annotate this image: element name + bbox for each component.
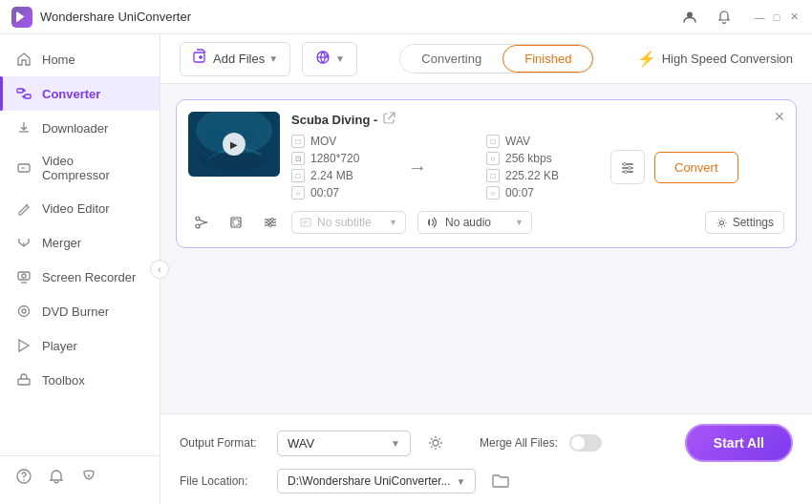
subtitle-select[interactable]: No subtitle ▼ <box>291 211 406 234</box>
toolbar-left: Add Files ▼ ▼ <box>180 42 357 76</box>
top-toolbar: Add Files ▼ ▼ Converti <box>160 34 812 84</box>
svg-rect-1 <box>17 89 23 93</box>
scissors-tool-button[interactable] <box>188 209 215 236</box>
toolbox-icon <box>15 371 32 388</box>
title-bar-right: — □ ✕ <box>676 4 801 31</box>
sidebar-item-converter-label: Converter <box>42 87 100 101</box>
sidebar-item-merger[interactable]: Merger <box>0 225 160 260</box>
file-location-row: File Location: D:\Wondershare UniConvert… <box>180 468 793 494</box>
output-format-select[interactable]: WAV ▼ <box>277 430 411 456</box>
svg-point-26 <box>625 171 628 174</box>
minimize-button[interactable]: — <box>753 10 766 24</box>
file-location-value: D:\Wondershare UniConverter... <box>288 474 451 488</box>
svg-point-7 <box>22 274 26 278</box>
output-format-row: Output Format: WAV ▼ Merge All Files: St… <box>180 424 793 462</box>
convert-arrow: → <box>408 157 427 178</box>
sidebar-item-video-editor-label: Video Editor <box>42 201 110 216</box>
output-format: □ WAV <box>486 135 601 148</box>
start-all-button[interactable]: Start All <box>685 424 793 462</box>
settings-label: Settings <box>733 216 774 229</box>
sidebar: Home Converter Downloader <box>0 34 160 504</box>
svg-point-28 <box>196 224 200 228</box>
crop-tool-button[interactable] <box>223 209 249 236</box>
file-card-top: ▶ Scuba Diving - <box>188 112 784 200</box>
output-size-value: 225.22 KB <box>505 169 559 182</box>
add-files-chevron: ▼ <box>268 53 278 64</box>
feedback-button[interactable] <box>80 468 97 485</box>
sidebar-item-video-compressor-label: Video Compressor <box>42 154 144 182</box>
sidebar-collapse-button[interactable]: ‹ <box>150 260 169 279</box>
notifications-button[interactable] <box>48 468 65 485</box>
svg-point-39 <box>719 220 723 224</box>
sidebar-item-converter[interactable]: Converter <box>0 76 160 111</box>
dvd-burner-icon <box>15 303 32 320</box>
add-url-icon <box>314 49 331 70</box>
merge-toggle[interactable] <box>569 434 602 452</box>
sidebar-item-video-editor[interactable]: Video Editor <box>0 191 160 225</box>
svg-point-0 <box>687 11 693 17</box>
add-files-button[interactable]: Add Files ▼ <box>180 42 290 76</box>
sidebar-item-toolbox[interactable]: Toolbox <box>0 363 160 397</box>
bell-icon-btn[interactable] <box>711 4 737 31</box>
file-thumbnail[interactable]: ▶ <box>188 112 280 177</box>
help-button[interactable] <box>15 468 32 485</box>
format-settings-button[interactable] <box>422 430 449 456</box>
speed-conversion-label: High Speed Conversion <box>662 52 793 66</box>
audio-icon <box>426 217 439 228</box>
app-logo <box>11 7 32 28</box>
input-format-value: MOV <box>310 135 336 148</box>
output-format-value: WAV <box>505 135 530 148</box>
sidebar-item-dvd-burner-label: DVD Burner <box>42 304 109 319</box>
audio-select[interactable]: No audio ▼ <box>417 211 532 234</box>
lightning-icon: ⚡ <box>637 50 656 68</box>
tab-converting[interactable]: Converting <box>400 45 502 73</box>
close-card-button[interactable]: ✕ <box>771 108 788 125</box>
svg-point-24 <box>624 163 627 166</box>
input-resolution-value: 1280*720 <box>310 152 359 165</box>
subtitle-chevron: ▼ <box>389 218 397 227</box>
tab-finished[interactable]: Finished <box>502 45 593 73</box>
add-url-button[interactable]: ▼ <box>302 42 357 76</box>
close-button[interactable]: ✕ <box>787 10 801 24</box>
file-title-text: Scuba Diving - <box>291 113 377 127</box>
bottom-bar: Output Format: WAV ▼ Merge All Files: St… <box>160 413 812 504</box>
svg-rect-6 <box>18 272 30 280</box>
file-card-tools: No subtitle ▼ No audio ▼ <box>188 209 784 236</box>
sidebar-item-screen-recorder[interactable]: Screen Recorder <box>0 260 160 294</box>
output-bitrate-value: 256 kbps <box>505 152 552 165</box>
tab-group: Converting Finished <box>399 44 594 74</box>
sidebar-item-downloader-label: Downloader <box>42 121 108 136</box>
sidebar-item-downloader[interactable]: Downloader <box>0 111 160 145</box>
sidebar-item-home[interactable]: Home <box>0 42 160 76</box>
speed-conversion-section: ⚡ High Speed Conversion <box>637 50 793 68</box>
file-meta-input: □ MOV ⊡ 1280*720 □ 2.24 MB <box>291 135 396 200</box>
effects-tool-button[interactable] <box>257 209 284 236</box>
output-format-value: WAV <box>288 436 314 451</box>
settings-button[interactable]: Settings <box>705 211 784 234</box>
audio-chevron: ▼ <box>515 218 524 227</box>
window-controls: — □ ✕ <box>753 10 801 24</box>
open-folder-button[interactable] <box>487 468 514 494</box>
file-location-select[interactable]: D:\Wondershare UniConverter... ▼ <box>277 469 476 494</box>
svg-point-35 <box>271 219 274 221</box>
codec-settings-button[interactable] <box>610 150 645 184</box>
add-files-label: Add Files <box>213 52 265 66</box>
add-files-icon <box>192 49 209 70</box>
sidebar-item-video-compressor[interactable]: Video Compressor <box>0 145 160 191</box>
size-icon: □ <box>291 169 305 182</box>
external-link-icon[interactable] <box>383 112 395 127</box>
input-size: □ 2.24 MB <box>291 169 396 182</box>
svg-point-27 <box>196 217 200 220</box>
output-size: □ 225.22 KB <box>486 169 601 182</box>
input-size-value: 2.24 MB <box>310 169 353 182</box>
main-layout: Home Converter Downloader <box>0 34 812 504</box>
maximize-button[interactable]: □ <box>770 10 783 24</box>
play-button[interactable]: ▶ <box>223 133 246 156</box>
sidebar-item-player[interactable]: Player <box>0 328 160 363</box>
convert-button[interactable]: Convert <box>654 152 738 183</box>
file-location-label: File Location: <box>180 474 266 488</box>
screen-recorder-icon <box>15 268 32 285</box>
sidebar-item-dvd-burner[interactable]: DVD Burner <box>0 294 160 328</box>
user-icon-btn[interactable] <box>676 4 703 31</box>
output-size-icon: □ <box>486 169 500 182</box>
